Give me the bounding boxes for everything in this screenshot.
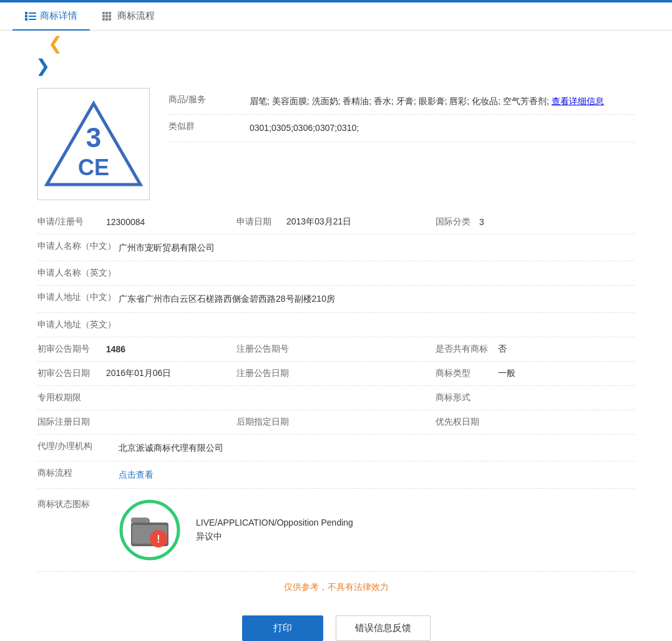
svg-rect-4 [29,16,36,17]
trademark-right-info: 商品/服务 眉笔; 美容面膜; 洗面奶; 香精油; 香水; 牙膏; 眼影膏; 唇… [168,88,635,200]
trademark-image: 3 CE [37,88,150,200]
preliminary-pub-no-cell: 初审公告期号 1486 [37,344,236,355]
svg-rect-5 [29,19,36,20]
svg-rect-8 [109,12,111,14]
svg-rect-3 [29,12,36,14]
svg-rect-10 [105,15,108,17]
exclusive-period-label: 专用权期限 [37,392,106,403]
svg-rect-6 [102,12,105,14]
disclaimer: 仅供参考，不具有法律效力 [37,572,635,603]
trademark-type-value: 一般 [498,368,515,379]
agent-row: 代理/办理机构 北京派诚商标代理有限公司 [37,435,635,461]
goods-value: 眉笔; 美容面膜; 洗面奶; 香精油; 香水; 牙膏; 眼影膏; 唇彩; 化妆品… [250,94,635,108]
svg-rect-14 [109,18,111,21]
applicant-en-label: 申请人名称（英文） [37,267,119,279]
reg-info-row: 申请/注册号 12300084 申请日期 2013年03月21日 国际分类 3 [37,210,635,234]
nav-next-button[interactable]: ❯ [31,54,54,77]
process-row: 商标流程 点击查看 [37,461,635,488]
svg-rect-0 [25,12,27,14]
applicant-en-row: 申请人名称（英文） [37,261,635,286]
applicant-cn-value: 广州市宠昕贸易有限公司 [119,241,635,254]
agent-value: 北京派诚商标代理有限公司 [119,441,635,455]
address-cn-label: 申请人地址（中文） [37,292,119,303]
grid-icon [102,12,114,21]
tab-process[interactable]: 商标流程 [90,2,167,31]
is-shared-cell: 是否共有商标 否 [436,344,635,355]
process-link[interactable]: 点击查看 [119,470,153,480]
applicant-cn-label: 申请人名称（中文） [37,241,119,252]
tab-detail[interactable]: 商标详情 [12,2,90,31]
priority-date-label: 优先权日期 [436,417,498,428]
trademark-type-cell: 商标类型 一般 [436,368,635,379]
status-content: ! LIVE/APPLICATION/Opposition Pending 异议… [119,499,353,561]
status-icon: ! [119,499,181,561]
reg-pub-date-label: 注册公告日期 [236,368,299,379]
status-icon-label: 商标状态图标 [37,499,119,510]
reg-pub-date-cell: 注册公告日期 [236,368,436,379]
preliminary-pub-date-cell: 初审公告日期 2016年01月06日 [37,368,236,379]
preliminary-pub-no-label: 初审公告期号 [37,344,106,355]
address-cn-row: 申请人地址（中文） 广东省广州市白云区石槎路西侧金碧西路28号副楼210房 [37,286,635,312]
intl-class-cell: 国际分类 3 [436,216,635,228]
svg-text:3: 3 [86,122,101,153]
similar-group-value: 0301;0305;0306;0307;0310; [250,121,635,135]
tab-process-label: 商标流程 [117,10,155,22]
goods-label: 商品/服务 [168,94,250,108]
status-title: LIVE/APPLICATION/Opposition Pending [196,518,353,528]
apply-date-cell: 申请日期 2013年03月21日 [236,216,436,228]
svg-rect-9 [102,15,105,17]
preliminary-pub-no-value: 1486 [106,344,125,354]
nav-prev-button[interactable]: ❮ [44,32,66,54]
status-sub: 异议中 [196,531,353,542]
later-designated-date-label: 后期指定日期 [236,417,299,428]
svg-rect-12 [102,18,105,21]
intl-class-label: 国际分类 [436,216,479,228]
apply-date-label: 申请日期 [236,216,286,228]
similar-group-row: 类似群 0301;0305;0306;0307;0310; [168,115,635,142]
top-section: 3 CE 商品/服务 眉笔; 美容面膜; 洗面奶; 香精油; 香水; 牙膏; 眼… [37,88,635,200]
status-text-area: LIVE/APPLICATION/Opposition Pending 异议中 [196,518,353,542]
goods-text: 眉笔; 美容面膜; 洗面奶; 香精油; 香水; 牙膏; 眼影膏; 唇彩; 化妆品… [250,96,549,106]
print-button[interactable]: 打印 [242,615,323,641]
exclusive-period-cell: 专用权期限 [37,392,236,403]
main-content: ❮ ❯ 3 CE 商品/服务 眉笔; 美容面膜; 洗面奶; 香精油; 香水; 牙… [0,31,672,641]
agent-label: 代理/办理机构 [37,441,119,452]
later-designated-date-cell: 后期指定日期 [236,417,436,428]
trademark-type-label: 商标类型 [436,368,498,379]
intl-class-value: 3 [479,217,484,227]
priority-date-cell: 优先权日期 [436,417,635,428]
similar-group-label: 类似群 [168,121,250,132]
intl-reg-date-label: 国际注册日期 [37,417,106,428]
list-icon [25,12,36,21]
pub-row-1: 初审公告期号 1486 注册公告期号 是否共有商标 否 [37,337,635,362]
applicant-cn-row: 申请人名称（中文） 广州市宠昕贸易有限公司 [37,234,635,261]
svg-text:CE: CE [78,155,109,180]
svg-rect-7 [105,12,108,14]
is-shared-label: 是否共有商标 [436,344,498,355]
address-cn-value: 广东省广州市白云区石槎路西侧金碧西路28号副楼210房 [119,292,635,306]
address-en-row: 申请人地址（英文） [37,313,635,337]
reg-pub-no-label: 注册公告期号 [236,344,299,355]
svg-rect-1 [25,15,27,17]
bottom-buttons: 打印 错误信息反馈 [37,603,635,641]
is-shared-value: 否 [498,344,507,355]
pub-row-2: 初审公告日期 2016年01月06日 注册公告日期 商标类型 一般 [37,362,635,386]
trademark-form-cell: 商标形式 [436,392,635,403]
feedback-button[interactable]: 错误信息反馈 [336,615,431,641]
address-en-label: 申请人地址（英文） [37,319,119,330]
preliminary-pub-date-label: 初审公告日期 [37,368,106,379]
reg-pub-no-cell: 注册公告期号 [236,344,436,355]
svg-text:!: ! [157,534,160,544]
svg-rect-13 [105,18,108,21]
goods-detail-link[interactable]: 查看详细信息 [552,96,604,106]
tab-detail-label: 商标详情 [40,10,77,22]
trademark-form-label: 商标形式 [436,392,498,403]
apply-date-value: 2013年03月21日 [286,216,351,228]
reg-no-label: 申请/注册号 [37,216,106,228]
tabs-container: 商标详情 商标流程 [0,2,672,31]
process-link-cell: 点击查看 [119,468,635,481]
intl-date-row: 国际注册日期 后期指定日期 优先权日期 [37,410,635,435]
goods-row: 商品/服务 眉笔; 美容面膜; 洗面奶; 香精油; 香水; 牙膏; 眼影膏; 唇… [168,88,635,115]
process-label: 商标流程 [37,468,119,479]
intl-reg-date-cell: 国际注册日期 [37,417,236,428]
